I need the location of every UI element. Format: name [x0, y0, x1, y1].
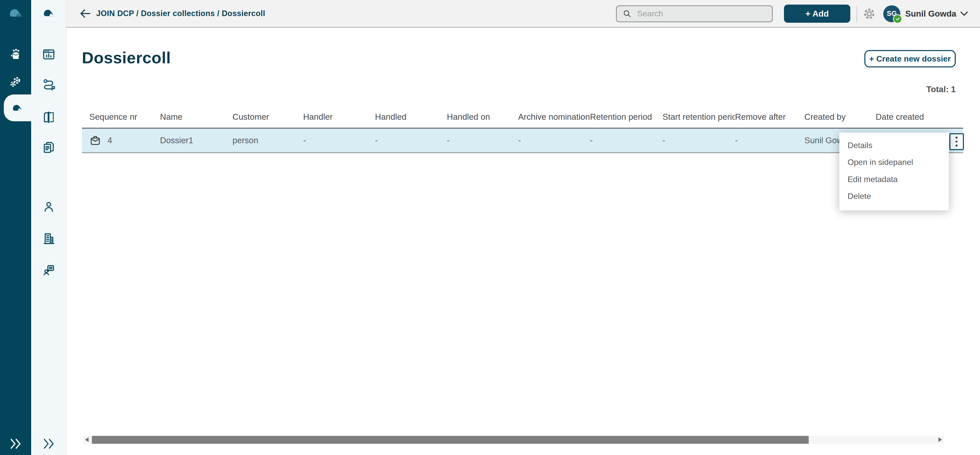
- cell-handler: -: [303, 135, 375, 145]
- back-arrow-icon[interactable]: [79, 8, 91, 19]
- main-content: Dossiercoll + Create new dossier Total: …: [66, 27, 980, 455]
- menu-item-open-sidepanel[interactable]: Open in sidepanel: [839, 154, 948, 171]
- scroll-right-arrow-icon[interactable]: [939, 438, 942, 442]
- join-logo: [7, 4, 24, 22]
- dossier-icon: [89, 135, 101, 146]
- app-window: JOIN DCP / Dossier collections / Dossier…: [0, 0, 980, 455]
- gear-icon[interactable]: [862, 6, 877, 21]
- column-header: Archive nomination: [518, 106, 590, 128]
- kebab-icon[interactable]: [949, 133, 964, 150]
- horizontal-scrollbar[interactable]: [83, 436, 944, 444]
- column-header: Remove after: [735, 106, 804, 128]
- search-icon: [622, 9, 632, 18]
- table-header-row: Sequence nr Name Customer Handler Handle…: [82, 106, 963, 129]
- column-header: Handler: [303, 106, 375, 128]
- scrollbar-thumb[interactable]: [92, 436, 809, 444]
- check-badge-icon: [893, 14, 902, 23]
- route-icon[interactable]: [41, 78, 56, 92]
- menu-item-delete[interactable]: Delete: [839, 188, 948, 205]
- cell-name: Dossier1: [160, 135, 232, 145]
- table-row[interactable]: 4 Dossier1 person - - - - - - - Sunil Go…: [82, 129, 963, 153]
- dashboard-icon[interactable]: [41, 47, 56, 62]
- total-count: Total: 1: [926, 84, 956, 94]
- menu-item-edit-metadata[interactable]: Edit metadata: [839, 171, 948, 188]
- cell-customer: person: [232, 135, 303, 145]
- menu-item-details[interactable]: Details: [839, 137, 948, 154]
- column-header: Handled on: [447, 106, 518, 128]
- documents-icon[interactable]: [41, 140, 56, 155]
- expand-secondary-sidebar-icon[interactable]: [41, 437, 56, 451]
- breadcrumb[interactable]: JOIN DCP / Dossier collections / Dossier…: [96, 9, 265, 18]
- column-header: Start retention period: [662, 106, 735, 128]
- column-header: Customer: [232, 106, 303, 128]
- cell-handled-on: -: [447, 135, 518, 145]
- page-title: Dossiercoll: [82, 48, 171, 67]
- top-bar: JOIN DCP / Dossier collections / Dossier…: [66, 0, 980, 27]
- cell-retention-period: -: [590, 135, 662, 145]
- person-chat-icon[interactable]: [41, 263, 56, 277]
- add-button[interactable]: + Add: [784, 5, 850, 23]
- column-header: Created by: [804, 106, 876, 128]
- dossier-table: Sequence nr Name Customer Handler Handle…: [82, 106, 963, 153]
- secondary-sidebar: [31, 0, 66, 455]
- primary-sidebar: [0, 0, 31, 455]
- book-icon[interactable]: [41, 110, 56, 124]
- gears-icon[interactable]: [8, 74, 23, 89]
- search-box[interactable]: [616, 5, 773, 22]
- join-logo-small: [41, 6, 56, 21]
- column-header: Handled: [375, 106, 447, 128]
- expand-primary-sidebar-icon[interactable]: [8, 437, 23, 451]
- cell-archive-nomination: -: [518, 135, 590, 145]
- column-header: Date created: [876, 106, 963, 128]
- column-header: Sequence nr: [89, 106, 160, 128]
- user-name[interactable]: Sunil Gowda: [905, 9, 956, 19]
- cell-start-retention: -: [662, 135, 735, 145]
- building-icon[interactable]: [41, 232, 56, 246]
- open-box-icon[interactable]: [8, 48, 23, 62]
- sidebar-item-active-workspace[interactable]: [4, 94, 32, 121]
- row-context-menu: Details Open in sidepanel Edit metadata …: [839, 132, 948, 210]
- chevron-down-icon[interactable]: [960, 11, 968, 17]
- cell-handled: -: [375, 135, 447, 145]
- cell-sequence: 4: [107, 135, 112, 145]
- column-header: Retention period: [590, 106, 662, 128]
- header-divider: [856, 6, 857, 21]
- column-header: Name: [160, 106, 232, 128]
- top-bar-actions: + Add SG Sunil Gowda: [616, 0, 968, 27]
- cell-remove-after: -: [735, 135, 804, 145]
- person-icon[interactable]: [41, 200, 56, 214]
- avatar[interactable]: SG: [883, 5, 900, 22]
- scroll-left-arrow-icon[interactable]: [85, 438, 89, 442]
- search-input[interactable]: [636, 8, 763, 19]
- create-new-dossier-button[interactable]: + Create new dossier: [864, 50, 956, 68]
